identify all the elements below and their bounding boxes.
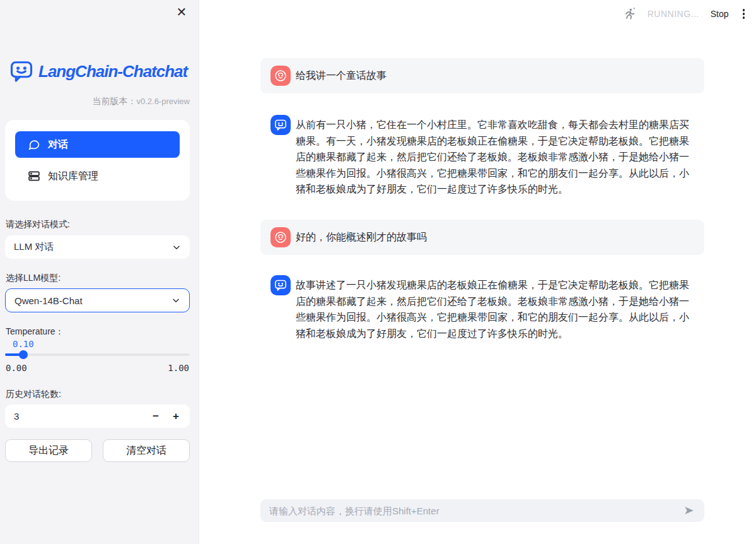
user-avatar-icon <box>270 66 291 86</box>
dialog-mode-select[interactable]: LLM 对话 <box>5 235 190 259</box>
message-text: 从前有一只小猪，它住在一个小村庄里。它非常喜欢吃甜食，每天都会去村里的糖果店买糖… <box>296 115 694 198</box>
sidebar-close-icon[interactable]: ✕ <box>173 3 190 21</box>
decrement-button[interactable]: − <box>146 407 166 426</box>
sidebar: ✕ LangChain-Chatchat 当前版本：v0.2.6-preview… <box>0 0 199 544</box>
export-history-button[interactable]: 导出记录 <box>5 439 92 462</box>
user-message: 给我讲一个童话故事 <box>260 58 704 93</box>
version-info: 当前版本：v0.2.6-preview <box>0 96 190 107</box>
user-avatar-icon <box>270 227 291 247</box>
message-text: 好的，你能概述刚才的故事吗 <box>296 229 427 245</box>
dialog-mode-label: 请选择对话模式: <box>6 219 70 230</box>
nav-item-label: 对话 <box>48 138 68 151</box>
chevron-down-icon <box>172 296 180 305</box>
chevron-down-icon <box>172 243 181 252</box>
temperature-label: Temperature： <box>6 326 64 338</box>
chat-bubble-icon <box>28 138 40 151</box>
slider-min-label: 0.00 <box>6 363 27 373</box>
stop-button[interactable]: Stop <box>711 9 729 19</box>
nav-card: 对话 知识库管理 <box>5 120 190 201</box>
llm-model-value: Qwen-14B-Chat <box>15 295 83 306</box>
app-logo: LangChain-Chatchat <box>9 59 187 83</box>
slider-max-label: 1.00 <box>168 363 189 373</box>
history-rounds-label: 历史对话轮数: <box>6 389 61 400</box>
clear-dialog-button[interactable]: 清空对话 <box>103 439 190 462</box>
user-message: 好的，你能概述刚才的故事吗 <box>260 220 704 255</box>
llm-model-select[interactable]: Qwen-14B-Chat <box>5 288 190 312</box>
chat-input[interactable] <box>269 506 682 516</box>
app-header: RUNNING... Stop <box>622 4 747 24</box>
server-stack-icon <box>28 170 40 182</box>
assistant-message: 从前有一只小猪，它住在一个小村庄里。它非常喜欢吃甜食，每天都会去村里的糖果店买糖… <box>260 111 704 198</box>
send-icon[interactable] <box>682 503 697 518</box>
temperature-value: 0.10 <box>13 339 34 349</box>
dialog-mode-value: LLM 对话 <box>14 241 54 253</box>
slider-track[interactable] <box>5 353 190 356</box>
nav-item-label: 知识库管理 <box>48 170 98 183</box>
assistant-message: 故事讲述了一只小猪发现糖果店的老板娘正在偷糖果，于是它决定帮助老板娘。它把糖果店… <box>260 271 704 341</box>
nav-item-knowledge-base[interactable]: 知识库管理 <box>15 163 180 189</box>
assistant-avatar-icon <box>270 275 291 295</box>
history-rounds-input[interactable]: 3 − + <box>5 405 190 428</box>
chat-bubble-smiley-icon <box>9 59 33 83</box>
kebab-menu-icon[interactable] <box>740 6 748 21</box>
increment-button[interactable]: + <box>166 407 186 426</box>
version-label: 当前版本： <box>92 96 136 106</box>
history-rounds-value: 3 <box>14 411 146 422</box>
nav-item-dialogue[interactable]: 对话 <box>15 131 180 158</box>
runner-icon <box>622 7 636 21</box>
status-text: RUNNING... <box>648 9 699 19</box>
llm-model-label: 选择LLM模型: <box>6 273 61 284</box>
version-value: v0.2.6-preview <box>136 97 190 106</box>
temperature-slider[interactable] <box>5 350 190 359</box>
message-text: 给我讲一个童话故事 <box>296 68 387 84</box>
slider-thumb[interactable] <box>19 350 28 359</box>
app-title: LangChain-Chatchat <box>38 62 187 81</box>
message-text: 故事讲述了一只小猪发现糖果店的老板娘正在偷糖果，于是它决定帮助老板娘。它把糖果店… <box>296 275 694 341</box>
chat-input-container <box>260 499 704 522</box>
assistant-avatar-icon <box>270 115 291 135</box>
